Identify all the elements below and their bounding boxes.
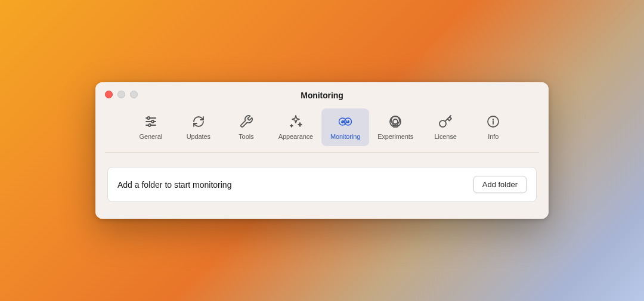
tab-tools-label: Tools: [239, 133, 253, 140]
svg-point-4: [151, 120, 154, 123]
svg-point-13: [393, 119, 398, 124]
close-button[interactable]: [105, 91, 113, 98]
content-area: Add a folder to start monitoring Add fol…: [95, 153, 549, 219]
tab-tools[interactable]: Tools: [222, 108, 270, 146]
empty-state-text: Add a folder to start monitoring: [117, 180, 231, 190]
tab-monitoring-label: Monitoring: [330, 133, 360, 140]
tab-general[interactable]: General: [127, 108, 175, 146]
maximize-button[interactable]: [130, 91, 138, 98]
tab-appearance[interactable]: Appearance: [270, 108, 321, 146]
tab-updates[interactable]: Updates: [175, 108, 222, 146]
tab-license[interactable]: License: [422, 108, 469, 146]
tools-icon: [238, 113, 255, 130]
refresh-icon: [190, 113, 207, 130]
sliders-icon: [143, 113, 159, 130]
sparkles-icon: [287, 113, 304, 130]
svg-point-10: [346, 120, 349, 123]
main-window: Monitoring General: [95, 82, 549, 219]
tab-license-label: License: [435, 133, 457, 140]
info-icon: [485, 113, 501, 130]
tab-experiments[interactable]: Experiments: [369, 108, 422, 146]
tab-experiments-label: Experiments: [377, 133, 413, 140]
svg-point-7: [341, 120, 344, 123]
tab-general-label: General: [140, 133, 162, 140]
svg-point-8: [342, 120, 343, 122]
svg-point-5: [148, 124, 151, 126]
tab-info[interactable]: Info: [469, 108, 517, 146]
toolbar: General Updates Tools: [95, 100, 549, 146]
key-icon: [437, 113, 454, 130]
eyes-icon: [337, 113, 354, 130]
tab-appearance-label: Appearance: [278, 133, 313, 140]
svg-point-3: [147, 117, 150, 119]
minimize-button[interactable]: [117, 91, 125, 98]
traffic-lights: [105, 91, 138, 98]
monitoring-empty-state: Add a folder to start monitoring Add fol…: [107, 167, 537, 202]
svg-point-11: [347, 120, 348, 122]
add-folder-button[interactable]: Add folder: [473, 176, 527, 193]
tab-updates-label: Updates: [187, 133, 210, 140]
titlebar: Monitoring: [95, 82, 549, 100]
tab-monitoring[interactable]: Monitoring: [321, 108, 369, 146]
bulb-icon: [387, 113, 404, 130]
window-title: Monitoring: [301, 91, 343, 100]
tab-info-label: Info: [488, 133, 499, 140]
